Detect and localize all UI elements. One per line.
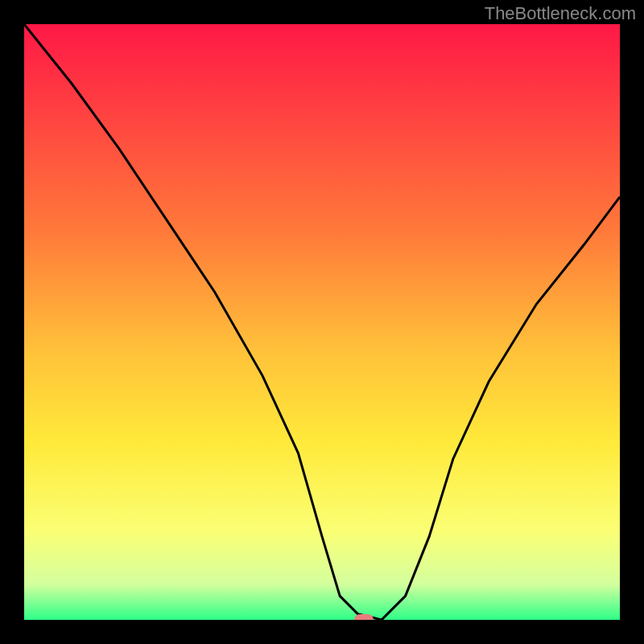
optimal-marker xyxy=(354,614,374,620)
chart-background xyxy=(24,24,620,620)
attribution-text: TheBottleneck.com xyxy=(485,3,636,24)
chart-svg xyxy=(24,24,620,620)
chart-plot-area xyxy=(24,24,620,620)
